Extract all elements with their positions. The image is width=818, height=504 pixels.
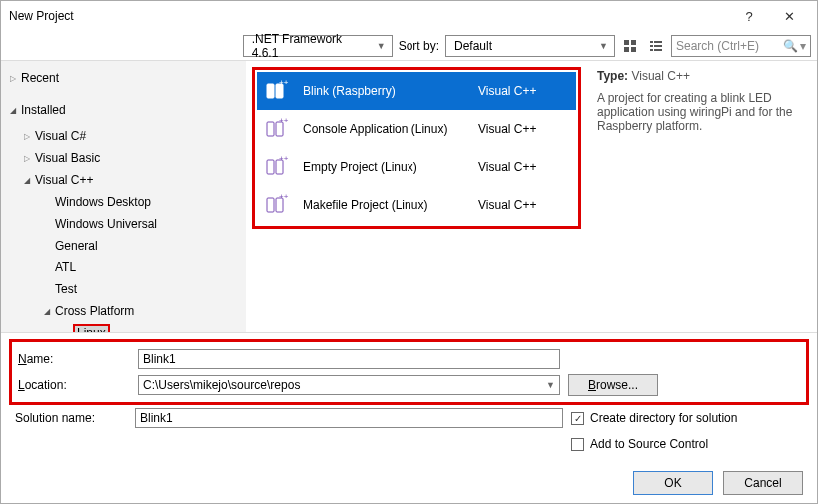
tree-test[interactable]: Test (1, 278, 246, 300)
description-text: A project for creating a blink LED appli… (597, 91, 807, 133)
chevron-down-icon: ▼ (546, 380, 555, 390)
svg-text:++: ++ (279, 154, 289, 163)
tree-visual-basic[interactable]: Visual Basic (1, 147, 246, 169)
tree-atl[interactable]: ATL (1, 256, 246, 278)
svg-rect-9 (654, 49, 662, 51)
svg-rect-13 (267, 122, 274, 136)
template-tree: Recent Installed Visual C# Visual Basic … (1, 61, 246, 332)
titlebar: New Project ? ✕ (1, 1, 817, 31)
svg-rect-6 (650, 45, 653, 47)
framework-combo[interactable]: .NET Framework 4.6.1 ▼ (243, 35, 393, 57)
view-small-icons-button[interactable] (645, 35, 667, 57)
browse-button[interactable]: Browse... (568, 374, 658, 396)
solution-name-input[interactable]: Blink1 (135, 408, 563, 428)
view-large-icons-button[interactable] (619, 35, 641, 57)
add-source-control-checkbox[interactable]: Add to Source Control (571, 434, 803, 454)
window-title: New Project (9, 9, 729, 23)
location-label: Location: (18, 378, 138, 392)
template-list: ++ Blink (Raspberry) Visual C++ ++ Conso… (252, 67, 581, 229)
template-list-area: ++ Blink (Raspberry) Visual C++ ++ Conso… (246, 61, 587, 332)
checkbox-icon (571, 412, 584, 425)
svg-rect-16 (267, 160, 274, 174)
svg-rect-10 (267, 84, 274, 98)
tree-visual-csharp[interactable]: Visual C# (1, 125, 246, 147)
list-icon (649, 39, 663, 53)
svg-rect-3 (631, 47, 636, 52)
svg-rect-19 (267, 198, 274, 212)
svg-rect-1 (631, 40, 636, 45)
cpp-project-icon: ++ (265, 78, 291, 104)
svg-rect-8 (650, 49, 653, 51)
template-empty-linux[interactable]: ++ Empty Project (Linux) Visual C++ (257, 148, 576, 186)
main-area: Recent Installed Visual C# Visual Basic … (1, 61, 817, 332)
description-pane: Type: Visual C++ A project for creating … (587, 61, 817, 332)
name-label: Name: (18, 352, 138, 366)
chevron-down-icon: ▼ (597, 41, 610, 51)
tree-linux[interactable]: Linux (1, 322, 246, 332)
svg-rect-4 (650, 41, 653, 43)
template-blink-raspberry[interactable]: ++ Blink (Raspberry) Visual C++ (257, 72, 576, 110)
close-button[interactable]: ✕ (769, 2, 809, 30)
grid-large-icon (623, 39, 637, 53)
tree-windows-universal[interactable]: Windows Universal (1, 213, 246, 235)
chevron-down-icon: ▼ (375, 41, 388, 51)
location-input[interactable]: C:\Users\mikejo\source\repos ▼ (138, 375, 560, 395)
svg-text:++: ++ (279, 78, 289, 87)
svg-rect-2 (624, 47, 629, 52)
tree-visual-cpp[interactable]: Visual C++ (1, 169, 246, 191)
svg-rect-5 (654, 41, 662, 43)
search-input[interactable]: Search (Ctrl+E) 🔍 ▾ (671, 35, 811, 57)
cancel-button[interactable]: Cancel (723, 471, 803, 495)
svg-rect-7 (654, 45, 662, 47)
svg-text:++: ++ (279, 116, 289, 125)
new-project-dialog: New Project ? ✕ .NET Framework 4.6.1 ▼ S… (0, 0, 818, 504)
svg-rect-0 (624, 40, 629, 45)
name-location-highlight: Name: Blink1 Location: C:\Users\mikejo\s… (9, 339, 809, 405)
tree-windows-desktop[interactable]: Windows Desktop (1, 191, 246, 213)
name-input[interactable]: Blink1 (138, 349, 560, 369)
solution-name-label: Solution name: (15, 411, 135, 425)
cpp-project-icon: ++ (265, 116, 291, 142)
cpp-project-icon: ++ (265, 154, 291, 180)
bottom-form: Name: Blink1 Location: C:\Users\mikejo\s… (1, 332, 817, 463)
create-directory-checkbox[interactable]: Create directory for solution (571, 408, 803, 428)
help-button[interactable]: ? (729, 2, 769, 30)
sortby-combo[interactable]: Default ▼ (445, 35, 615, 57)
cpp-project-icon: ++ (265, 192, 291, 218)
tree-cross-platform[interactable]: Cross Platform (1, 300, 246, 322)
tree-recent[interactable]: Recent (1, 67, 246, 89)
type-label: Type: (597, 69, 628, 83)
footer-buttons: OK Cancel (1, 463, 817, 503)
ok-button[interactable]: OK (633, 471, 713, 495)
template-makefile-linux[interactable]: ++ Makefile Project (Linux) Visual C++ (257, 186, 576, 224)
search-icon: 🔍 (783, 39, 798, 53)
tree-general[interactable]: General (1, 235, 246, 256)
checkbox-icon (571, 438, 584, 451)
chevron-down-icon: ▾ (800, 39, 806, 53)
template-console-linux[interactable]: ++ Console Application (Linux) Visual C+… (257, 110, 576, 148)
type-value: Visual C++ (631, 69, 689, 83)
toolbar: .NET Framework 4.6.1 ▼ Sort by: Default … (1, 31, 817, 61)
svg-text:++: ++ (279, 192, 289, 201)
tree-installed[interactable]: Installed (1, 99, 246, 121)
sortby-label: Sort by: (399, 39, 439, 53)
